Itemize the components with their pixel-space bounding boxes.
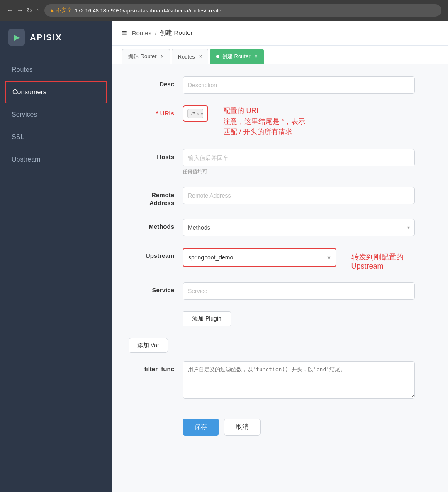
tab-create-router-label: 创建 Router — [222, 53, 251, 60]
tab-edit-router[interactable]: 编辑 Router × — [122, 49, 170, 64]
breadcrumb-separator: / — [155, 29, 156, 37]
cancel-button[interactable]: 取消 — [224, 419, 261, 436]
tab-routes-label: Routes — [178, 54, 195, 60]
uris-chevron-icon: ▾ — [201, 111, 203, 117]
app-container: ▶ APISIX Routes Consumers Services SSL U… — [0, 21, 448, 492]
logo-symbol: ▶ — [14, 33, 19, 42]
add-plugin-button[interactable]: 添加 Plugin — [183, 311, 231, 326]
main-header: ≡ Routes / 创建 Router — [112, 21, 448, 46]
forward-button[interactable]: → — [17, 7, 23, 14]
form-row-add-plugin: 添加 Plugin — [129, 311, 431, 326]
upstream-select-wrapper: springboot_demo ▾ — [183, 248, 336, 267]
refresh-button[interactable]: ↻ — [27, 7, 32, 15]
upstream-label: Upstream — [129, 248, 183, 259]
hosts-hint: 任何值均可 — [183, 168, 415, 175]
add-plugin-spacer — [129, 311, 183, 316]
form-row-methods: Methods Methods GET POST PUT DELETE PATC… — [129, 219, 431, 236]
form-row-hosts: Hosts 任何值均可 — [129, 149, 431, 175]
sidebar: ▶ APISIX Routes Consumers Services SSL U… — [0, 21, 112, 492]
form-row-add-var: 添加 Var — [129, 338, 431, 353]
form-row-service: Service — [129, 282, 431, 300]
uri-tag-value: /* — [191, 110, 195, 117]
form-row-remote: Remote Address — [129, 187, 431, 207]
remote-label: Remote Address — [129, 187, 183, 207]
uri-annotation: 配置的 URI 注意，这里结尾是 *，表示 匹配 / 开头的所有请求 — [223, 105, 305, 137]
address-bar[interactable]: ▲ 不安全 172.16.48.185:9080/apisix/dashboar… — [44, 4, 441, 17]
hosts-label: Hosts — [129, 149, 183, 160]
breadcrumb-root[interactable]: Routes — [132, 29, 152, 37]
methods-select[interactable]: Methods GET POST PUT DELETE PATCH — [183, 219, 415, 236]
desc-control — [183, 76, 415, 94]
tab-edit-router-close[interactable]: × — [161, 54, 164, 59]
browser-navigation: ← → ↻ ⌂ — [7, 7, 39, 15]
upstream-select[interactable]: springboot_demo — [183, 249, 336, 266]
filter-func-textarea[interactable] — [183, 361, 415, 399]
home-button[interactable]: ⌂ — [35, 7, 39, 14]
sidebar-item-upstream[interactable]: Upstream — [0, 148, 112, 171]
tabs-bar: 编辑 Router × Routes × 创建 Router × — [112, 46, 448, 64]
sidebar-item-routes[interactable]: Routes — [0, 59, 112, 81]
logo-icon: ▶ — [8, 29, 25, 46]
sidebar-item-ssl[interactable]: SSL — [0, 126, 112, 148]
sidebar-logo: ▶ APISIX — [0, 21, 112, 54]
filter-func-label: filter_func — [129, 361, 183, 372]
uri-tag-close-icon[interactable]: × — [197, 111, 200, 117]
breadcrumb-current: 创建 Router — [160, 29, 192, 37]
uris-label: * URIs — [129, 105, 183, 117]
remote-address-input[interactable] — [183, 187, 415, 204]
tab-edit-router-label: 编辑 Router — [128, 53, 157, 60]
breadcrumb: Routes / 创建 Router — [132, 29, 193, 37]
sidebar-item-services[interactable]: Services — [0, 103, 112, 126]
hosts-input[interactable] — [183, 149, 415, 166]
form-row-upstream: Upstream springboot_demo ▾ 转发到刚配置的 Upstr… — [129, 248, 431, 271]
service-label: Service — [129, 282, 183, 294]
uris-input-wrapper[interactable]: /* × ▾ — [183, 105, 208, 122]
url-text: 172.16.48.185:9080/apisix/dashboard#/sch… — [75, 7, 221, 14]
sidebar-item-consumers[interactable]: Consumers — [5, 81, 107, 103]
logo-text: APISIX — [30, 33, 62, 42]
tab-active-dot — [216, 55, 219, 58]
form-area: Desc * URIs /* × ▾ 配置的 URI 注意，这里结尾 — [112, 64, 448, 492]
security-warning-icon: ▲ 不安全 — [49, 7, 72, 14]
hamburger-icon[interactable]: ≡ — [122, 28, 127, 38]
tab-routes[interactable]: Routes × — [172, 49, 208, 64]
desc-input[interactable] — [183, 76, 415, 94]
add-var-button[interactable]: 添加 Var — [129, 338, 168, 353]
tab-create-router-close[interactable]: × — [255, 54, 258, 59]
back-button[interactable]: ← — [7, 7, 13, 14]
save-button[interactable]: 保存 — [183, 419, 219, 436]
form-row-desc: Desc — [129, 76, 431, 94]
tab-routes-close[interactable]: × — [199, 54, 202, 59]
methods-select-wrapper: Methods GET POST PUT DELETE PATCH ▾ — [183, 219, 415, 236]
tab-create-router[interactable]: 创建 Router × — [210, 49, 264, 64]
sidebar-nav: Routes Consumers Services SSL Upstream — [0, 54, 112, 175]
desc-label: Desc — [129, 76, 183, 88]
service-input[interactable] — [183, 282, 415, 300]
form-row-filter-func: filter_func — [129, 361, 431, 399]
upstream-annotation: 转发到刚配置的 Upstream — [351, 248, 431, 271]
form-row-uris: * URIs /* × ▾ 配置的 URI 注意，这里结尾是 *，表示 匹配 /… — [129, 105, 431, 137]
methods-label: Methods — [129, 219, 183, 230]
form-actions: 保存 取消 — [129, 410, 431, 452]
remote-control — [183, 187, 415, 204]
browser-bar: ← → ↻ ⌂ ▲ 不安全 172.16.48.185:9080/apisix/… — [0, 0, 448, 21]
hosts-control: 任何值均可 — [183, 149, 415, 175]
main-content: ≡ Routes / 创建 Router 编辑 Router × Routes … — [112, 21, 448, 492]
